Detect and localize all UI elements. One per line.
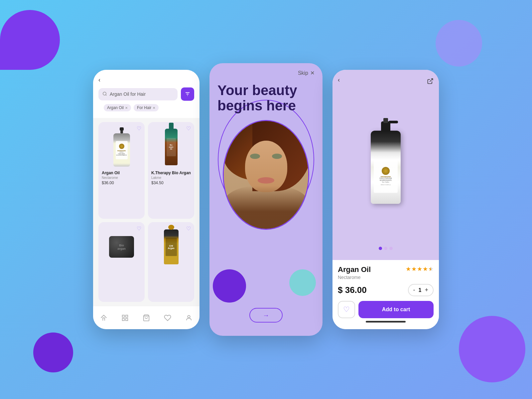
product-bottom-area: Argan Oil Nectarome ★ ★ ★ ★ ★★ $ 36.00 -… [332, 260, 439, 329]
product-image-3: Bioargan [102, 225, 141, 269]
svg-rect-7 [122, 318, 124, 320]
detail-product-name: Argan Oil [338, 265, 371, 274]
nav-grid[interactable] [121, 314, 129, 322]
price-quantity-row: $ 36.00 - 1 + [338, 284, 434, 296]
star-1: ★ [406, 265, 411, 273]
product-info-2: K.Therapy Bio Argan Lakme $34.50 [151, 171, 191, 185]
product-card-3[interactable]: ♡ Bioargan [98, 222, 145, 302]
bg-blob-bottomright [459, 316, 525, 382]
search-header: ‹ Argan Oil for Hair [93, 70, 200, 118]
detail-back-button[interactable]: ‹ [338, 76, 340, 83]
bg-blob-topleft [0, 10, 60, 70]
dot-1[interactable] [379, 247, 382, 250]
tag-argan-remove[interactable]: ✕ [125, 106, 128, 110]
product-image-4: CHIArgan [151, 225, 191, 269]
skip-button[interactable]: Skip ✕ [298, 70, 315, 76]
bottle-label: nectarome HUILE D'ARGANENOURRISSANTENon … [374, 160, 398, 193]
beauty-ad-screen: Skip ✕ Your beauty begins here [209, 63, 323, 336]
detail-header: ‹ [338, 76, 434, 87]
screens-container: ‹ Argan Oil for Hair [93, 63, 439, 336]
bottle-size: 100ml / 3.38 fl oz [381, 184, 391, 186]
product-title-row: Argan Oil Nectarome ★ ★ ★ ★ ★★ [338, 265, 434, 280]
products-grid: ♡ nectarome HUILE D'ARGANENOURRISSANTE [93, 118, 200, 306]
svg-point-10 [188, 315, 190, 318]
teal-blob [289, 269, 316, 296]
ad-header: Skip ✕ [209, 63, 323, 83]
ad-headline: Your beauty begins here [209, 83, 305, 113]
skip-label: Skip [298, 70, 308, 76]
svg-line-11 [430, 79, 433, 82]
tag-hair-label: For Hair [137, 105, 151, 110]
back-button[interactable]: ‹ [98, 76, 100, 83]
bottle-large: nectarome HUILE D'ARGANENOURRISSANTENon … [371, 131, 401, 204]
nav-profile[interactable] [185, 314, 193, 322]
brand-logo-icon [382, 167, 390, 175]
add-to-cart-label: Add to cart [382, 307, 410, 313]
nav-wishlist[interactable] [164, 314, 171, 322]
product-card-4[interactable]: ♡ CHIArgan [148, 222, 194, 302]
tag-hair-remove[interactable]: ✕ [153, 106, 155, 110]
product-image-2: BioarganOil [151, 125, 191, 169]
product-name-2: K.Therapy Bio Argan [151, 171, 191, 175]
quantity-control: - 1 + [408, 284, 434, 296]
star-3: ★ [417, 265, 422, 273]
next-button[interactable]: → [249, 308, 283, 323]
add-to-cart-button[interactable]: Add to cart [358, 301, 434, 318]
model-photo [223, 120, 309, 230]
nav-home[interactable] [100, 314, 107, 322]
bottom-nav [93, 306, 200, 329]
product-info-1: Argan Oil Nectarome $36.00 [102, 171, 141, 185]
tag-argan[interactable]: Argan Oil ✕ [104, 104, 131, 111]
headline-line2: begins here [217, 98, 296, 113]
share-button[interactable] [427, 78, 434, 86]
wishlist-icon-4[interactable]: ♡ [186, 225, 191, 232]
search-icon [102, 91, 107, 97]
search-bar: Argan Oil for Hair [98, 87, 194, 101]
nav-cart[interactable] [143, 314, 150, 322]
svg-rect-6 [126, 315, 128, 317]
product-names: Argan Oil Nectarome [338, 265, 371, 280]
svg-rect-5 [122, 315, 124, 317]
search-value: Argan Oil for Hair [110, 91, 146, 97]
tag-argan-label: Argan Oil [107, 105, 124, 110]
wishlist-icon-3[interactable]: ♡ [137, 225, 141, 232]
product-price-1: $36.00 [102, 181, 141, 185]
add-to-wishlist-button[interactable]: ♡ [338, 301, 355, 318]
headline-line1: Your beauty [217, 82, 297, 98]
product-top-area: ‹ nectarome HUILE D' [332, 70, 439, 260]
star-half: ★★ [428, 265, 434, 273]
arrow-icon: → [263, 312, 269, 319]
rating-stars: ★ ★ ★ ★ ★★ [406, 265, 434, 273]
filter-button[interactable] [181, 87, 194, 101]
wishlist-icon-1[interactable]: ♡ [137, 125, 141, 132]
dot-3[interactable] [389, 247, 393, 250]
image-dots [338, 247, 434, 250]
detail-product-brand: Nectarome [338, 275, 371, 280]
bg-blob-topright [436, 20, 482, 66]
filter-tags: Argan Oil ✕ For Hair ✕ [98, 101, 194, 115]
product-detail-image: nectarome HUILE D'ARGANENOURRISSANTENon … [338, 87, 434, 247]
search-input-wrap[interactable]: Argan Oil for Hair [98, 88, 178, 100]
close-icon: ✕ [310, 70, 315, 76]
product-price-2: $34.50 [151, 181, 191, 185]
product-card-1[interactable]: ♡ nectarome HUILE D'ARGANENOURRISSANTE [98, 122, 145, 219]
home-indicator [366, 321, 406, 323]
quantity-increase-button[interactable]: + [425, 287, 428, 294]
dot-2[interactable] [384, 247, 387, 250]
product-detail-screen: ‹ nectarome HUILE D' [332, 70, 439, 329]
product-image-1: nectarome HUILE D'ARGANENOURRISSANTE [102, 125, 141, 169]
bg-blob-bottomleft [33, 332, 73, 372]
bottle-description: HUILE D'ARGANENOURRISSANTENon Tortifier [379, 178, 392, 184]
search-screen: ‹ Argan Oil for Hair [93, 70, 200, 329]
heart-icon: ♡ [343, 305, 350, 314]
product-name-1: Argan Oil [102, 171, 141, 175]
purple-blob [213, 269, 246, 303]
product-brand-2: Lakme [151, 176, 191, 180]
svg-rect-8 [126, 318, 128, 320]
tag-hair[interactable]: For Hair ✕ [134, 104, 159, 111]
star-2: ★ [411, 265, 417, 273]
wishlist-icon-2[interactable]: ♡ [186, 125, 191, 132]
quantity-decrease-button[interactable]: - [413, 287, 415, 294]
detail-price: $ 36.00 [338, 285, 367, 295]
product-card-2[interactable]: ♡ BioarganOil K.Therapy Bio Argan Lakme … [148, 122, 194, 219]
